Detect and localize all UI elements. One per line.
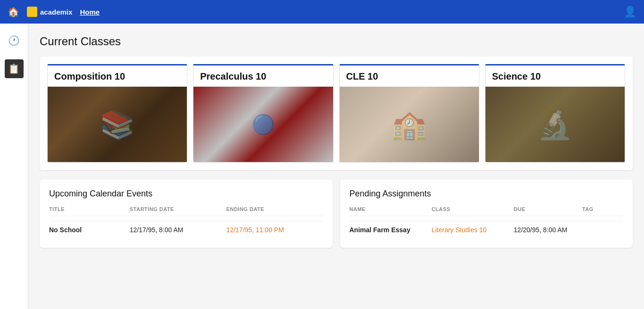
assignments-col-tag: TAG xyxy=(582,206,623,212)
calendar-row-0: No School 12/17/95, 8:00 AM 12/17/95, 11… xyxy=(49,221,323,238)
sidebar-item-bookmarks[interactable]: 📋 xyxy=(5,59,24,78)
class-image-precalculus xyxy=(193,87,333,162)
class-card-science[interactable]: Science 10 xyxy=(485,64,625,163)
class-image-cle xyxy=(340,87,479,162)
user-avatar-icon[interactable]: 👤 xyxy=(624,6,636,18)
class-title-precalculus: Precalculus 10 xyxy=(193,65,333,87)
class-title-science: Science 10 xyxy=(485,65,625,87)
classes-container: Composition 10 Precalculus 10 CLE 10 Sci… xyxy=(40,57,633,170)
home-nav-icon[interactable]: 🏠 xyxy=(8,6,19,17)
assignments-col-name: NAME xyxy=(350,206,432,212)
pending-assignments-title: Pending Assignments xyxy=(350,189,624,199)
class-image-composition xyxy=(48,87,187,162)
clock-icon: 🕐 xyxy=(8,35,20,46)
calendar-table-header: TITLE STARTING DATE ENDING DATE xyxy=(49,206,323,216)
assignment-row-0: Animal Farm Essay Literary Studies 10 12… xyxy=(350,221,624,238)
bottom-panels: Upcoming Calendar Events TITLE STARTING … xyxy=(40,179,633,248)
class-cards: Composition 10 Precalculus 10 CLE 10 Sci… xyxy=(47,64,625,163)
logo-icon xyxy=(27,7,37,17)
class-card-cle[interactable]: CLE 10 xyxy=(339,64,479,163)
assignments-table-header: NAME CLASS DUE TAG xyxy=(350,206,624,216)
home-link[interactable]: Home xyxy=(80,8,100,16)
sidebar: 🕐 📋 xyxy=(0,24,28,309)
class-card-composition[interactable]: Composition 10 xyxy=(47,64,187,163)
assignments-col-due: DUE xyxy=(514,206,582,212)
logo: academix xyxy=(27,7,72,17)
assignment-class-0[interactable]: Literary Studies 10 xyxy=(432,226,514,234)
assignment-name-0: Animal Farm Essay xyxy=(350,226,432,234)
logo-text: academix xyxy=(40,8,72,16)
calendar-col-end: ENDING DATE xyxy=(226,206,323,212)
navbar: 🏠 academix Home 👤 xyxy=(0,0,644,24)
class-title-cle: CLE 10 xyxy=(340,65,479,87)
calendar-event-end-0: 12/17/95, 11:00 PM xyxy=(226,226,323,234)
assignments-col-class: CLASS xyxy=(432,206,514,212)
calendar-events-panel: Upcoming Calendar Events TITLE STARTING … xyxy=(40,179,333,248)
class-card-precalculus[interactable]: Precalculus 10 xyxy=(193,64,333,163)
calendar-events-title: Upcoming Calendar Events xyxy=(49,189,323,199)
assignment-due-0: 12/20/95, 8:00 AM xyxy=(514,226,582,234)
sidebar-item-schedule[interactable]: 🕐 xyxy=(5,31,24,50)
main-content: Current Classes Composition 10 Precalcul… xyxy=(28,24,644,309)
current-classes-title: Current Classes xyxy=(40,35,633,48)
app-body: 🕐 📋 Current Classes Composition 10 Preca… xyxy=(0,24,644,309)
calendar-col-start: STARTING DATE xyxy=(130,206,226,212)
class-image-science xyxy=(485,87,625,162)
pending-assignments-panel: Pending Assignments NAME CLASS DUE TAG A… xyxy=(340,179,633,248)
calendar-event-start-0: 12/17/95, 8:00 AM xyxy=(130,226,226,234)
calendar-col-title: TITLE xyxy=(49,206,130,212)
class-title-composition: Composition 10 xyxy=(48,65,187,87)
bookmark-icon: 📋 xyxy=(8,63,20,74)
calendar-event-title-0: No School xyxy=(49,226,130,234)
